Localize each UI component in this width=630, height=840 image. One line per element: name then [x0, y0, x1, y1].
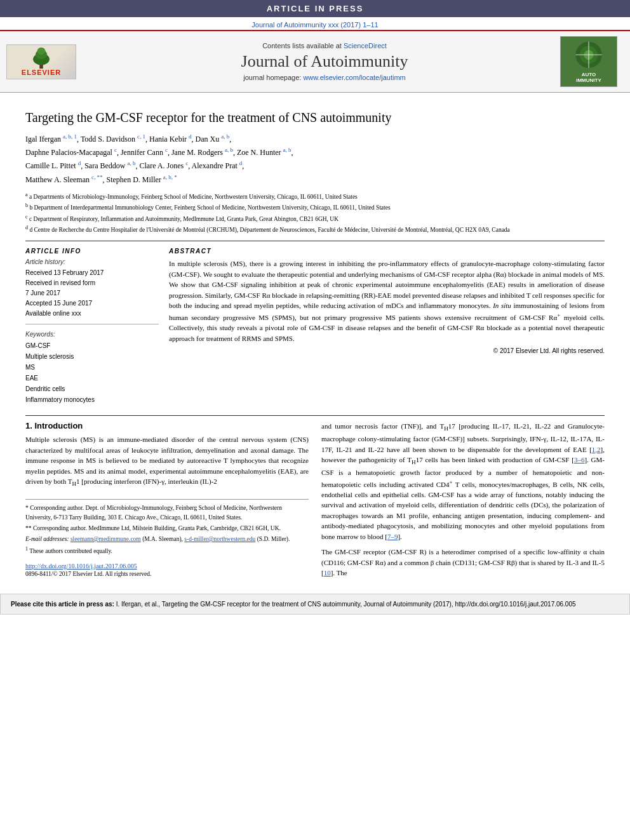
history-label: Article history: — [25, 258, 159, 265]
body-two-col: 1. Introduction Multiple sclerosis (MS) … — [25, 421, 605, 583]
contents-prefix: Contents lists available at — [262, 42, 344, 50]
affiliations-block: a a Departments of Microbiology-Immunolo… — [25, 191, 605, 235]
accepted-date: Accepted 15 June 2017 — [25, 298, 159, 309]
svg-point-3 — [37, 47, 46, 54]
abstract-heading: ABSTRACT — [169, 248, 605, 255]
journal-reference-line: Journal of Autoimmunity xxx (2017) 1–11 — [0, 17, 630, 30]
ref-4[interactable]: 10 — [324, 569, 331, 577]
homepage-prefix: journal homepage: — [243, 74, 303, 81]
ref-3[interactable]: 7–9 — [387, 533, 398, 540]
elsevier-logo-area: ELSEVIER — [6, 44, 89, 79]
autoimmunity-logo: AUTOIMMUNITY — [560, 36, 617, 87]
keyword-ms-full: Multiple sclerosis — [25, 351, 159, 362]
footnote-1: * Corresponding author. Dept. of Microbi… — [25, 503, 309, 522]
elsevier-text: ELSEVIER — [22, 69, 61, 76]
footnote-email: E-mail addresses: sleemann@medimmune.com… — [25, 535, 309, 543]
abstract-column: ABSTRACT In multiple sclerosis (MS), the… — [169, 248, 605, 405]
homepage-link[interactable]: www.elsevier.com/locate/jautimm — [303, 74, 405, 81]
body-left-col: 1. Introduction Multiple sclerosis (MS) … — [25, 421, 309, 583]
keyword-dc: Dendritic cells — [25, 383, 159, 394]
intro-para-1: Multiple sclerosis (MS) is an immune-med… — [25, 434, 309, 489]
keyword-monocytes: Inflammatory monocytes — [25, 394, 159, 405]
ref-2[interactable]: 3–6 — [574, 456, 585, 463]
sciencedirect-link[interactable]: ScienceDirect — [344, 42, 387, 50]
available-online: Available online xxx — [25, 309, 159, 319]
keyword-ms: MS — [25, 362, 159, 373]
doi-link[interactable]: http://dx.doi.org/10.1016/j.jaut.2017.06… — [25, 563, 137, 570]
intro-para-2: and tumor necrosis factor (TNF)], and TH… — [321, 421, 605, 542]
autoimmunity-label: AUTOIMMUNITY — [576, 72, 601, 84]
article-in-press-banner: ARTICLE IN PRESS — [0, 0, 630, 17]
journal-center-info: Contents lists available at ScienceDirec… — [89, 42, 560, 81]
keyword-eae: EAE — [25, 373, 159, 383]
section-divider-1 — [25, 241, 605, 241]
received-revised-label: Received in revised form — [25, 278, 159, 288]
contents-available-line: Contents lists available at ScienceDirec… — [89, 42, 560, 50]
issn-line: 0896-8411/© 2017 Elsevier Ltd. All right… — [25, 571, 309, 577]
keywords-section: Keywords: GM-CSF Multiple sclerosis MS E… — [25, 331, 159, 405]
journal-header: ELSEVIER Contents lists available at Sci… — [0, 30, 630, 93]
email-miller[interactable]: s-d-miller@northwestern.edu — [184, 536, 255, 542]
journal-title: Journal of Autoimmunity — [89, 52, 560, 71]
autoimmunity-logo-icon — [570, 39, 608, 70]
footnote-2: ** Corresponding author. MedImmune Ltd, … — [25, 524, 309, 533]
article-title: Targeting the GM-CSF receptor for the tr… — [25, 109, 605, 126]
elsevier-tree-icon — [22, 46, 60, 69]
ref-1[interactable]: 1,2 — [592, 446, 601, 453]
main-content: Targeting the GM-CSF receptor for the tr… — [0, 93, 630, 583]
autoimmunity-logo-area: AUTOIMMUNITY — [560, 36, 624, 87]
authors-block: Igal Ifergan a, b, 1, Todd S. Davidson c… — [25, 132, 605, 186]
intro-para-3: The GM-CSF receptor (GM-CSF R) is a hete… — [321, 547, 605, 578]
abstract-text: In multiple sclerosis (MS), there is a g… — [169, 258, 605, 343]
please-cite-label: Please cite this article in press as: — [11, 601, 114, 608]
copyright-line: © 2017 Elsevier Ltd. All rights reserved… — [169, 347, 605, 354]
footnote-equal: 1 These authors contributed equally. — [25, 545, 309, 556]
homepage-line: journal homepage: www.elsevier.com/locat… — [89, 74, 560, 81]
keywords-heading: Keywords: — [25, 331, 159, 338]
footnotes-section: * Corresponding author. Dept. of Microbi… — [25, 499, 309, 556]
doi-line[interactable]: http://dx.doi.org/10.1016/j.jaut.2017.06… — [25, 563, 309, 570]
email-sleeman[interactable]: sleemann@medimmune.com — [70, 536, 141, 542]
received-revised-date: 7 June 2017 — [25, 288, 159, 298]
article-info-abstract-section: ARTICLE INFO Article history: Received 1… — [25, 248, 605, 405]
citation-text: I. Ifergan, et al., Targeting the GM-CSF… — [116, 601, 576, 608]
intro-heading: 1. Introduction — [25, 421, 309, 430]
elsevier-logo: ELSEVIER — [6, 44, 76, 79]
body-content: 1. Introduction Multiple sclerosis (MS) … — [25, 415, 605, 583]
body-right-col: and tumor necrosis factor (TNF)], and TH… — [321, 421, 605, 583]
keyword-gm-csf: GM-CSF — [25, 340, 159, 351]
article-info-heading: ARTICLE INFO — [25, 248, 159, 255]
received-date: Received 13 February 2017 — [25, 268, 159, 278]
citation-bar: Please cite this article in press as: I.… — [0, 594, 630, 615]
article-info-column: ARTICLE INFO Article history: Received 1… — [25, 248, 159, 405]
